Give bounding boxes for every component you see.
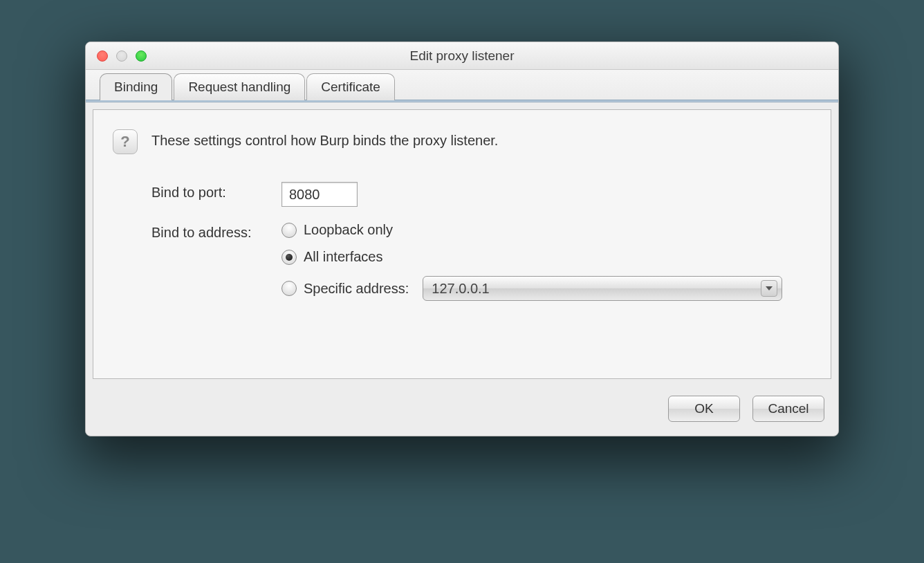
tab-label: Binding xyxy=(114,80,158,94)
ok-button[interactable]: OK xyxy=(668,396,740,422)
description-row: ? These settings control how Burp binds … xyxy=(113,129,811,154)
radio-specific-row[interactable]: Specific address: 127.0.0.1 xyxy=(281,276,811,301)
specific-address-value: 127.0.0.1 xyxy=(432,281,489,297)
port-input[interactable] xyxy=(281,182,358,207)
port-row: Bind to port: xyxy=(113,182,811,207)
panel-wrap: ? These settings control how Burp binds … xyxy=(86,102,838,386)
titlebar: Edit proxy listener xyxy=(86,42,838,70)
window-maximize-icon[interactable] xyxy=(136,50,147,62)
window-close-icon[interactable] xyxy=(97,50,108,62)
traffic-lights xyxy=(86,50,147,62)
button-row: OK Cancel xyxy=(86,386,838,436)
cancel-button[interactable]: Cancel xyxy=(752,396,824,422)
radio-all-label: All interfaces xyxy=(304,249,383,265)
port-label: Bind to port: xyxy=(151,182,281,201)
tab-certificate[interactable]: Certificate xyxy=(306,73,395,100)
radio-specific-address[interactable] xyxy=(281,281,297,296)
radio-all-interfaces[interactable] xyxy=(281,250,297,265)
radio-specific-label: Specific address: xyxy=(304,281,409,297)
cancel-label: Cancel xyxy=(768,401,808,416)
address-row: Bind to address: Loopback only All inter… xyxy=(113,222,811,312)
radio-all-row[interactable]: All interfaces xyxy=(281,249,811,265)
description-text: These settings control how Burp binds th… xyxy=(151,129,498,149)
chevron-down-icon xyxy=(761,280,777,297)
specific-address-select[interactable]: 127.0.0.1 xyxy=(423,276,782,301)
ok-label: OK xyxy=(694,401,713,416)
radio-loopback-row[interactable]: Loopback only xyxy=(281,222,811,238)
tab-label: Certificate xyxy=(321,80,380,94)
window-minimize-icon[interactable] xyxy=(116,50,127,62)
tab-request-handling[interactable]: Request handling xyxy=(174,73,305,100)
window-title: Edit proxy listener xyxy=(86,48,838,64)
radio-loopback[interactable] xyxy=(281,223,297,238)
address-label: Bind to address: xyxy=(151,222,281,241)
tab-binding[interactable]: Binding xyxy=(100,73,172,100)
tab-label: Request handling xyxy=(188,80,290,94)
tabbar: Binding Request handling Certificate xyxy=(86,70,838,100)
help-icon[interactable]: ? xyxy=(113,129,138,154)
binding-panel: ? These settings control how Burp binds … xyxy=(93,109,831,379)
dialog-window: Edit proxy listener Binding Request hand… xyxy=(85,41,839,436)
radio-loopback-label: Loopback only xyxy=(304,222,393,238)
